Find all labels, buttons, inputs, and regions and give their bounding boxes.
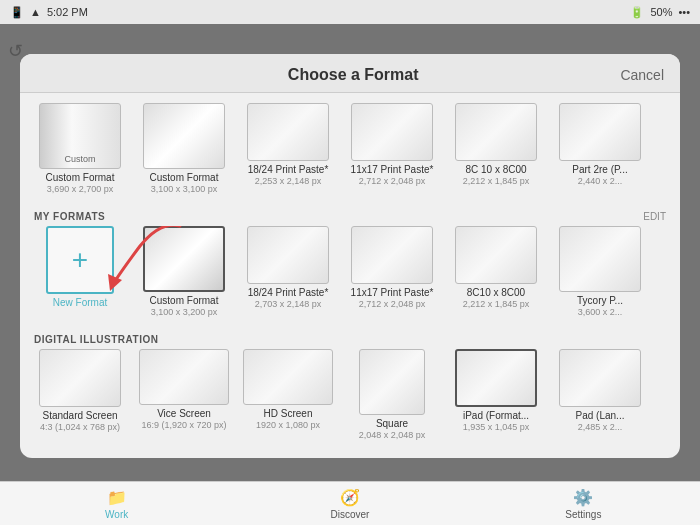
di-thumb-square bbox=[359, 349, 425, 415]
cancel-button[interactable]: Cancel bbox=[620, 67, 664, 83]
di-thumb-pad bbox=[559, 349, 641, 407]
tab-settings-label: Settings bbox=[565, 509, 601, 520]
format-modal: Choose a Format Cancel Custom Custom For… bbox=[20, 54, 680, 458]
nav-back-button[interactable]: ↺ bbox=[8, 40, 23, 62]
di-card-standard[interactable]: Standard Screen 4:3 (1,024 x 768 px) bbox=[32, 349, 128, 441]
my-format-name-5: Tycory P... bbox=[577, 295, 623, 307]
discover-icon: 🧭 bbox=[340, 488, 360, 507]
format-size-part2: 2,440 x 2... bbox=[578, 176, 623, 187]
digital-illustration-row: Standard Screen 4:3 (1,024 x 768 px) Vic… bbox=[32, 349, 668, 441]
format-name-custom2: Custom Format bbox=[150, 172, 219, 184]
modal-overlay: Choose a Format Cancel Custom Custom For… bbox=[0, 24, 700, 481]
format-name-part2: Part 2re (P... bbox=[572, 164, 627, 176]
tab-discover[interactable]: 🧭 Discover bbox=[233, 488, 466, 520]
format-card-part2[interactable]: Part 2re (P... 2,440 x 2... bbox=[552, 103, 648, 195]
di-name-pad: Pad (Lan... bbox=[576, 410, 625, 422]
di-card-pad[interactable]: Pad (Lan... 2,485 x 2... bbox=[552, 349, 648, 441]
format-name-1117: 11x17 Print Paste* bbox=[351, 164, 434, 176]
battery-level: 50% bbox=[650, 6, 672, 18]
my-format-name-4: 8C10 x 8C00 bbox=[467, 287, 525, 299]
my-format-size-2: 2,703 x 2,148 px bbox=[255, 299, 322, 310]
my-format-name-2: 18/24 Print Paste* bbox=[248, 287, 329, 299]
top-format-row: Custom Custom Format 3,690 x 2,700 px Cu… bbox=[32, 103, 668, 195]
new-format-card[interactable]: + New Format bbox=[32, 226, 128, 318]
my-format-card-2[interactable]: 18/24 Print Paste* 2,703 x 2,148 px bbox=[240, 226, 336, 318]
tab-work[interactable]: 📁 Work bbox=[0, 488, 233, 520]
di-card-hd[interactable]: HD Screen 1920 x 1,080 px bbox=[240, 349, 336, 441]
format-name-8c10: 8C 10 x 8C00 bbox=[465, 164, 526, 176]
di-thumb-ipad bbox=[455, 349, 537, 407]
format-size-1824: 2,253 x 2,148 px bbox=[255, 176, 322, 187]
edit-button[interactable]: EDIT bbox=[643, 211, 666, 222]
my-format-card-4[interactable]: 8C10 x 8C00 2,212 x 1,845 px bbox=[448, 226, 544, 318]
digital-illustration-title: DIGITAL ILLUSTRATION bbox=[34, 334, 158, 345]
my-format-card-1[interactable]: Custom Format 3,100 x 3,200 px bbox=[136, 226, 232, 318]
di-size-square: 2,048 x 2,048 px bbox=[359, 430, 426, 441]
di-name-square: Square bbox=[376, 418, 408, 430]
di-name-standard: Standard Screen bbox=[42, 410, 117, 422]
status-bar: 📱 ▲ 5:02 PM 🔋 50% ••• bbox=[0, 0, 700, 24]
digital-illustration-section-header: DIGITAL ILLUSTRATION bbox=[32, 326, 668, 349]
status-left: 📱 ▲ 5:02 PM bbox=[10, 6, 88, 19]
my-format-name-1: Custom Format bbox=[150, 295, 219, 307]
format-card-1117[interactable]: 11x17 Print Paste* 2,712 x 2,048 px bbox=[344, 103, 440, 195]
format-card-custom2[interactable]: Custom Format 3,100 x 3,100 px bbox=[136, 103, 232, 195]
my-format-card-3[interactable]: 11x17 Print Paste* 2,712 x 2,048 px bbox=[344, 226, 440, 318]
plus-icon: + bbox=[72, 246, 88, 274]
work-icon: 📁 bbox=[107, 488, 127, 507]
format-card-8c10[interactable]: 8C 10 x 8C00 2,212 x 1,845 px bbox=[448, 103, 544, 195]
my-format-thumb-5 bbox=[559, 226, 641, 292]
my-formats-title: MY FORMATS bbox=[34, 211, 105, 222]
my-format-card-5[interactable]: Tycory P... 3,600 x 2... bbox=[552, 226, 648, 318]
format-card-custom1[interactable]: Custom Custom Format 3,690 x 2,700 px bbox=[32, 103, 128, 195]
di-name-vice: Vice Screen bbox=[157, 408, 211, 420]
more-icon: ••• bbox=[678, 6, 690, 18]
format-size-custom1: 3,690 x 2,700 px bbox=[47, 184, 114, 195]
status-right: 🔋 50% ••• bbox=[630, 6, 690, 19]
format-thumb-1824 bbox=[247, 103, 329, 161]
my-formats-row: + New Format Custom Format 3,100 x 3,200… bbox=[32, 226, 668, 318]
my-formats-section-header: MY FORMATS EDIT bbox=[32, 203, 668, 226]
di-size-vice: 16:9 (1,920 x 720 px) bbox=[141, 420, 226, 431]
tab-settings[interactable]: ⚙️ Settings bbox=[467, 488, 700, 520]
di-name-hd: HD Screen bbox=[264, 408, 313, 420]
my-format-thumb-4 bbox=[455, 226, 537, 284]
format-thumb-part2 bbox=[559, 103, 641, 161]
ipad-indicator: 📱 bbox=[10, 6, 24, 19]
format-name-custom1: Custom Format bbox=[46, 172, 115, 184]
modal-header: Choose a Format Cancel bbox=[20, 54, 680, 93]
di-size-hd: 1920 x 1,080 px bbox=[256, 420, 320, 431]
di-card-vice[interactable]: Vice Screen 16:9 (1,920 x 720 px) bbox=[136, 349, 232, 441]
format-thumb-custom1: Custom bbox=[39, 103, 121, 169]
status-time: 5:02 PM bbox=[47, 6, 88, 18]
new-format-thumb: + bbox=[46, 226, 114, 294]
format-card-1824[interactable]: 18/24 Print Paste* 2,253 x 2,148 px bbox=[240, 103, 336, 195]
my-format-size-4: 2,212 x 1,845 px bbox=[463, 299, 530, 310]
tab-work-label: Work bbox=[105, 509, 128, 520]
my-format-thumb-1 bbox=[143, 226, 225, 292]
di-thumb-standard bbox=[39, 349, 121, 407]
di-size-standard: 4:3 (1,024 x 768 px) bbox=[40, 422, 120, 433]
format-size-custom2: 3,100 x 3,100 px bbox=[151, 184, 218, 195]
my-format-size-1: 3,100 x 3,200 px bbox=[151, 307, 218, 318]
format-thumb-8c10 bbox=[455, 103, 537, 161]
my-format-size-3: 2,712 x 2,048 px bbox=[359, 299, 426, 310]
new-format-label: New Format bbox=[53, 297, 107, 308]
my-format-size-5: 3,600 x 2... bbox=[578, 307, 623, 318]
tab-bar: 📁 Work 🧭 Discover ⚙️ Settings bbox=[0, 481, 700, 525]
modal-body: Custom Custom Format 3,690 x 2,700 px Cu… bbox=[20, 93, 680, 458]
my-format-thumb-2 bbox=[247, 226, 329, 284]
my-format-thumb-3 bbox=[351, 226, 433, 284]
format-thumb-1117 bbox=[351, 103, 433, 161]
my-format-name-3: 11x17 Print Paste* bbox=[351, 287, 434, 299]
di-name-ipad: iPad (Format... bbox=[463, 410, 529, 422]
di-card-square[interactable]: Square 2,048 x 2,048 px bbox=[344, 349, 440, 441]
format-size-8c10: 2,212 x 1,845 px bbox=[463, 176, 530, 187]
format-thumb-custom2 bbox=[143, 103, 225, 169]
settings-icon: ⚙️ bbox=[573, 488, 593, 507]
di-thumb-vice bbox=[139, 349, 229, 405]
di-card-ipad[interactable]: iPad (Format... 1,935 x 1,045 px bbox=[448, 349, 544, 441]
wifi-icon: ▲ bbox=[30, 6, 41, 18]
battery-icon: 🔋 bbox=[630, 6, 644, 19]
format-name-1824: 18/24 Print Paste* bbox=[248, 164, 329, 176]
